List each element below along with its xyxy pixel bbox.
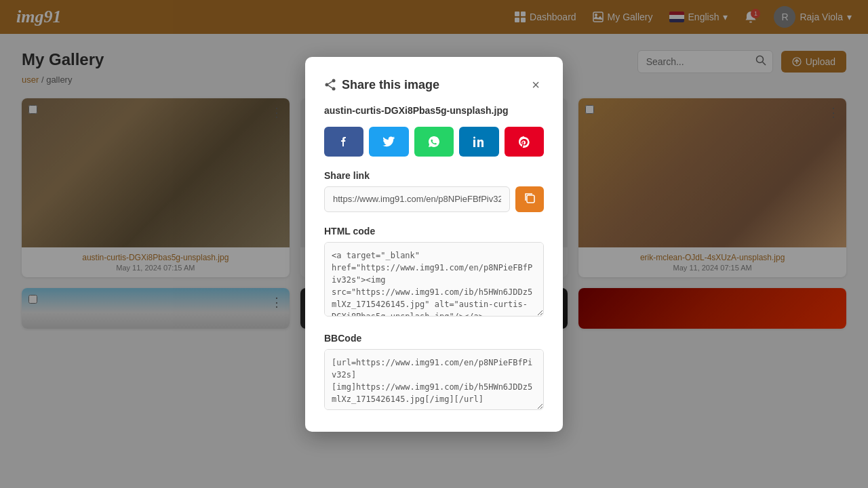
modal-title: Share this image (324, 78, 439, 92)
share-buttons (324, 127, 544, 157)
share-link-row (324, 186, 544, 212)
svg-rect-16 (473, 140, 475, 147)
svg-point-12 (326, 83, 329, 87)
bbcode-textarea[interactable]: [url=https://www.img91.com/en/p8NPieFBfP… (324, 349, 544, 410)
copy-icon (524, 192, 536, 204)
html-code-label: HTML code (324, 226, 544, 237)
svg-point-13 (332, 87, 336, 91)
linkedin-icon (472, 135, 486, 148)
share-modal: Share this image × austin-curtis-DGXi8Pb… (305, 57, 563, 432)
modal-overlay[interactable]: Share this image × austin-curtis-DGXi8Pb… (0, 0, 868, 488)
modal-filename: austin-curtis-DGXi8Pbas5g-unsplash.jpg (324, 105, 544, 116)
share-twitter-button[interactable] (369, 127, 408, 157)
share-linkedin-button[interactable] (459, 127, 498, 157)
share-whatsapp-button[interactable] (414, 127, 454, 157)
twitter-icon (382, 135, 396, 148)
bbcode-label: BBCode (324, 333, 544, 344)
share-pinterest-button[interactable] (505, 127, 544, 157)
share-icon (324, 79, 336, 91)
svg-point-17 (473, 136, 475, 138)
whatsapp-icon (427, 135, 441, 148)
copy-link-button[interactable] (515, 186, 544, 212)
facebook-icon (337, 135, 351, 148)
modal-close-button[interactable]: × (528, 76, 544, 94)
svg-line-15 (328, 85, 332, 88)
share-facebook-button[interactable] (324, 127, 363, 157)
pinterest-icon (517, 135, 531, 148)
svg-line-14 (328, 81, 332, 84)
svg-point-11 (332, 79, 336, 83)
html-code-textarea[interactable]: <a target="_blank" href="https://www.img… (324, 242, 544, 317)
share-link-label: Share link (324, 170, 544, 181)
svg-rect-18 (527, 195, 534, 203)
modal-header: Share this image × (324, 76, 544, 94)
share-link-input[interactable] (324, 186, 510, 212)
